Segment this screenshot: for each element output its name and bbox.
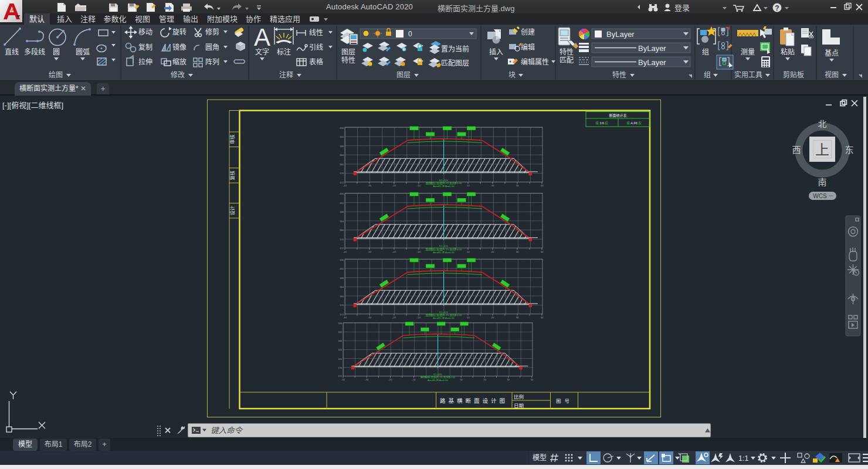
svg-text:审核: 审核	[230, 135, 236, 144]
svg-text:特性: 特性	[560, 47, 574, 56]
svg-text:登录: 登录	[674, 4, 690, 12]
svg-text:组: 组	[704, 71, 711, 79]
svg-text:填 A.F6 挖: 填 A.F6 挖	[626, 121, 642, 125]
svg-text:?: ?	[775, 4, 779, 12]
svg-text:缩放: 缩放	[172, 57, 187, 66]
svg-text:1:1: 1:1	[738, 454, 748, 463]
svg-text:圆: 圆	[53, 48, 60, 56]
svg-text:图层: 图层	[341, 48, 355, 56]
svg-text:圆弧: 圆弧	[76, 48, 90, 56]
svg-text:多段线: 多段线	[24, 47, 45, 56]
svg-text:镜像: 镜像	[172, 43, 187, 52]
svg-text:剪贴板: 剪贴板	[783, 70, 804, 79]
svg-text:编辑属性: 编辑属性	[521, 57, 549, 66]
svg-text:西: 西	[792, 145, 801, 155]
svg-text:直线: 直线	[5, 48, 19, 56]
svg-text:编辑: 编辑	[521, 43, 535, 52]
svg-text:文字: 文字	[255, 47, 269, 56]
svg-text:键入命令: 键入命令	[211, 426, 243, 435]
svg-text:线性: 线性	[309, 29, 323, 37]
svg-text:复制: 复制	[138, 43, 152, 52]
svg-text:ByLayer: ByLayer	[638, 44, 666, 53]
svg-text:块: 块	[508, 71, 516, 79]
svg-text:WCS: WCS	[813, 193, 827, 199]
svg-text:匹配图层: 匹配图层	[441, 59, 469, 67]
svg-text:标注: 标注	[277, 47, 291, 56]
svg-text:置为当前: 置为当前	[441, 45, 469, 53]
svg-text:修剪: 修剪	[205, 28, 219, 36]
svg-text:路基横断面设计图: 路基横断面设计图	[440, 397, 508, 404]
svg-text:特性: 特性	[341, 56, 355, 64]
svg-text:阵列: 阵列	[205, 58, 219, 66]
svg-text:南: 南	[818, 177, 826, 187]
svg-text:移动: 移动	[138, 28, 152, 36]
svg-text:基点: 基点	[825, 49, 839, 57]
svg-text:图层: 图层	[396, 71, 411, 79]
svg-text:填 3.6 挖: 填 3.6 挖	[595, 121, 608, 125]
svg-text:特性: 特性	[612, 70, 626, 79]
svg-text:东: 东	[845, 145, 853, 155]
svg-text:ByLayer: ByLayer	[606, 30, 635, 39]
svg-text:实用工具: 实用工具	[734, 70, 762, 79]
svg-text:A: A	[254, 25, 270, 51]
svg-text:比例: 比例	[514, 394, 524, 400]
svg-text:上: 上	[815, 142, 829, 158]
svg-text:拉伸: 拉伸	[138, 57, 152, 66]
svg-text:插入: 插入	[489, 48, 503, 56]
svg-text:0: 0	[408, 30, 412, 38]
svg-text:表格: 表格	[309, 57, 323, 66]
svg-text:图号: 图号	[556, 398, 573, 404]
svg-text:模型: 模型	[533, 454, 547, 462]
svg-text:匹配: 匹配	[560, 56, 574, 64]
svg-text:创建: 创建	[521, 28, 535, 36]
svg-text:日期: 日期	[514, 403, 524, 409]
svg-text:ByLayer: ByLayer	[638, 58, 666, 67]
svg-text:修改: 修改	[171, 70, 185, 79]
svg-text:组: 组	[702, 48, 709, 56]
svg-text:复核: 复核	[230, 171, 236, 180]
svg-text:粘贴: 粘贴	[781, 47, 795, 56]
svg-text:圆角: 圆角	[205, 43, 219, 52]
svg-text:测量: 测量	[741, 48, 755, 56]
svg-text:北: 北	[818, 119, 826, 129]
svg-text:绘图: 绘图	[49, 70, 63, 79]
svg-text:引线: 引线	[309, 43, 323, 52]
svg-text:设计: 设计	[230, 206, 236, 215]
svg-text:注释: 注释	[279, 70, 293, 79]
svg-text:视图: 视图	[825, 70, 839, 79]
svg-text:断面统计表: 断面统计表	[609, 113, 626, 118]
svg-text:旋转: 旋转	[172, 28, 187, 36]
